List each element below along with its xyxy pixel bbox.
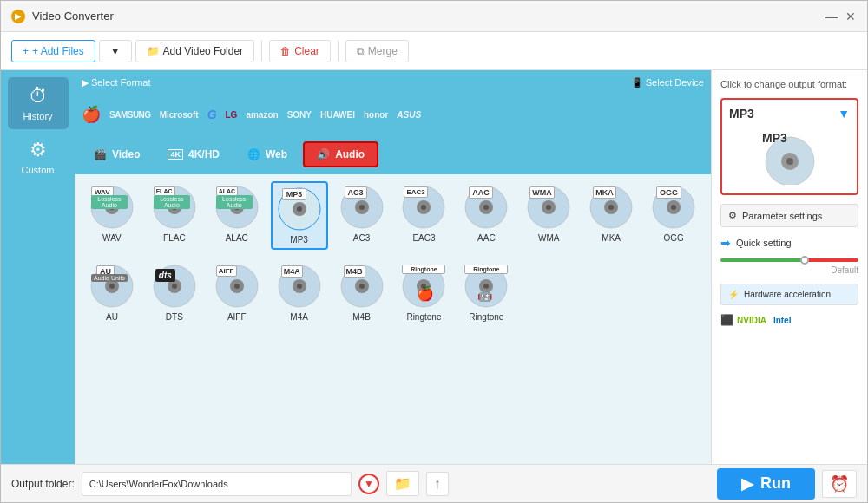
minimize-button[interactable]: — [825,10,838,23]
format-type-hd[interactable]: 4K 4K/HD [155,143,232,166]
brand-honor[interactable]: honor [364,110,388,120]
format-item-dts[interactable]: dts DTS [146,260,203,325]
brand-apple[interactable]: 🍎 [82,105,101,124]
output-format-box[interactable]: MP3 ▼ MP3 [720,98,858,195]
output-arrow-button[interactable]: ↑ [426,472,449,496]
quality-slider-thumb[interactable] [800,256,809,265]
add-video-folder-button[interactable]: 📁 Add Video Folder [135,40,255,62]
center-panel: ▶ Select Format 📱 Select Device 🍎 SAMSUN… [75,70,711,464]
svg-point-41 [297,284,302,289]
slider-default-label: Default [720,265,858,275]
format-item-ac3[interactable]: AC3 AC3 [333,181,391,250]
gpu-badges: ⬛ NVIDIA Intel [720,314,858,326]
merge-button[interactable]: ⧉ Merge [345,40,409,62]
hd-label: 4K/HD [188,148,220,160]
ringtone-apple-disc: Ringtone 🍎 [401,264,446,309]
format-item-ringtone-apple[interactable]: Ringtone 🍎 Ringtone [396,260,453,325]
ac3-label: AC3 [353,233,370,243]
parameter-settings-button[interactable]: ⚙ Parameter settings [720,204,858,227]
format-item-mp3[interactable]: MP3 MP3 [271,181,328,250]
quick-setting-row[interactable]: ➡ Quick setting [720,236,858,250]
format-type-audio[interactable]: 🔊 Audio [303,141,378,167]
svg-point-14 [359,205,365,210]
web-icon: 🌐 [247,148,260,160]
output-format-dropdown[interactable]: ▼ [838,107,850,121]
close-button[interactable]: ✕ [845,10,857,23]
mp3-label: MP3 [290,235,308,245]
brand-microsoft[interactable]: Microsoft [160,110,199,120]
brand-lg[interactable]: LG [226,110,238,120]
run-button[interactable]: ▶ Run [717,468,815,500]
flac-disc: FLAC LosslessAudio [152,185,197,230]
quality-slider-track[interactable] [720,258,858,262]
video-label: Video [112,148,140,160]
device-icon: 📱 [631,77,643,88]
format-item-aiff[interactable]: AIFF AIFF [208,260,266,325]
run-label: Run [760,474,791,493]
format-item-flac[interactable]: FLAC LosslessAudio FLAC [146,181,203,250]
custom-label: Custom [22,165,55,175]
ringtone-android-badge: Ringtone [464,265,508,274]
parameter-settings-label: Parameter settings [742,211,822,221]
lossless-badge-wav: LosslessAudio [91,195,128,209]
svg-point-35 [172,284,177,289]
brand-google[interactable]: G [207,108,217,121]
format-icon: ▶ [82,77,89,88]
audio-icon: 🔊 [317,148,330,160]
toolbar: + + Add Files ▼ 📁 Add Video Folder 🗑 Cle… [1,32,867,70]
format-type-video[interactable]: 🎬 Video [82,143,152,166]
brand-sony[interactable]: SONY [287,110,312,120]
format-type-web[interactable]: 🌐 Web [235,143,299,166]
dts-disc: dts [152,264,197,309]
wma-badge: WMA [529,186,555,199]
brand-huawei[interactable]: HUAWEI [320,110,355,120]
custom-icon: ⚙ [30,139,47,161]
add-files-button[interactable]: + + Add Files [11,40,95,62]
output-path-dropdown[interactable]: ▼ [358,474,379,494]
format-item-m4a[interactable]: M4A M4A [271,260,328,325]
dropdown-arrow-button[interactable]: ▼ [99,40,132,62]
output-path-input[interactable] [82,472,352,496]
format-item-eac3[interactable]: EAC3 EAC3 [396,181,453,250]
svg-point-38 [234,284,240,289]
sidebar-item-custom[interactable]: ⚙ Custom [8,131,69,183]
dropdown-arrow-icon: ▼ [110,45,121,57]
run-arrow-icon: ▶ [741,474,753,493]
brand-samsung[interactable]: SAMSUNG [109,110,151,120]
clear-icon: 🗑 [280,45,291,57]
format-cards: WAV LosslessAudio WAV [75,174,711,464]
window-controls: — ✕ [825,10,857,23]
format-item-ringtone-android[interactable]: Ringtone 🤖 Ringtone [457,260,515,325]
clear-button[interactable]: 🗑 Clear [269,40,331,62]
format-item-au[interactable]: AU Audio Units AU [83,260,141,325]
format-item-wav[interactable]: WAV LosslessAudio WAV [83,181,141,250]
brand-asus[interactable]: ASUS [397,110,421,120]
eac3-badge: EAC3 [404,186,427,198]
left-panel: ⏱ History ⚙ Custom [1,70,75,464]
ogg-disc: OGG [651,185,696,230]
svg-point-20 [483,205,489,210]
browse-folder-button[interactable]: 📁 [386,471,419,496]
format-item-aac[interactable]: AAC AAC [457,181,515,250]
hardware-acceleration-button[interactable]: ⚡ Hardware acceleration [720,284,858,305]
format-item-m4b[interactable]: M4B M4B [333,260,391,325]
mp3-large-icon: MP3 [755,128,825,185]
ringtone-android-label: Ringtone [469,312,503,322]
eac3-label: EAC3 [412,233,435,243]
svg-point-26 [608,205,614,210]
format-item-mka[interactable]: MKA MKA [582,181,640,250]
intel-badge: Intel [773,316,792,325]
ac3-disc: AC3 [339,185,385,230]
wma-label: WMA [538,233,559,243]
clear-label: Clear [294,45,319,57]
format-item-ogg[interactable]: OGG OGG [645,181,702,250]
m4b-disc: M4B [339,264,385,309]
nvidia-badge: ⬛ NVIDIA [720,314,766,326]
format-item-alac[interactable]: ALAC LosslessAudio ALAC [208,181,266,250]
alarm-button[interactable]: ⏰ [822,470,857,498]
format-item-wma[interactable]: WMA WMA [520,181,577,250]
flac-label: FLAC [163,233,186,243]
brand-amazon[interactable]: amazon [246,110,278,120]
sidebar-item-history[interactable]: ⏱ History [8,77,69,129]
svg-point-17 [421,205,426,210]
